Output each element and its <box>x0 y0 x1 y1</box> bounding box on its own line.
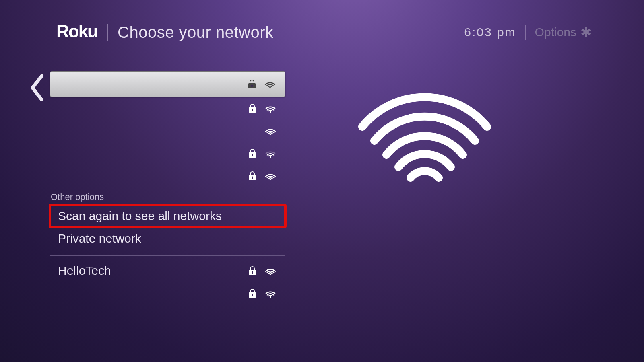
option-label: Scan again to see all networks <box>58 209 222 223</box>
svg-point-15 <box>270 274 271 275</box>
options-button[interactable]: Options <box>535 25 576 39</box>
header: Roku Choose your network 6:03 pm Options… <box>56 20 592 44</box>
lock-icon <box>248 103 256 113</box>
wifi-signal-icon <box>264 104 277 113</box>
wifi-signal-icon <box>264 149 277 158</box>
lock-icon <box>248 148 256 158</box>
more-network-row[interactable] <box>50 282 285 304</box>
row-icons <box>248 171 277 181</box>
lock-icon <box>248 266 256 276</box>
wifi-hero-icon <box>354 88 495 189</box>
svg-rect-11 <box>252 177 253 179</box>
back-button[interactable] <box>30 74 46 94</box>
clock: 6:03 pm <box>464 25 516 39</box>
svg-point-2 <box>269 87 271 88</box>
page-title: Choose your network <box>118 23 273 41</box>
svg-rect-17 <box>252 294 253 296</box>
network-row[interactable] <box>50 97 285 119</box>
row-icons <box>248 103 277 113</box>
svg-rect-14 <box>252 272 253 274</box>
section-rule <box>50 255 285 256</box>
svg-point-9 <box>270 156 271 158</box>
row-icons <box>248 79 277 89</box>
private-network-option[interactable]: Private network <box>50 227 285 250</box>
lock-icon <box>248 288 256 298</box>
network-name: HelloTech <box>58 264 111 278</box>
header-divider-right <box>525 25 526 40</box>
row-icons <box>248 266 277 276</box>
svg-point-18 <box>270 296 271 298</box>
other-options-header: Other options <box>50 191 285 203</box>
network-row[interactable] <box>50 142 285 165</box>
svg-rect-4 <box>252 109 253 111</box>
svg-point-12 <box>270 179 271 180</box>
row-icons <box>248 288 277 298</box>
network-row[interactable] <box>50 71 285 97</box>
row-icons <box>264 126 277 135</box>
header-divider <box>107 24 108 41</box>
svg-rect-8 <box>252 154 253 156</box>
network-list: Other optionsScan again to see all netwo… <box>50 71 285 304</box>
section-rule <box>111 197 285 197</box>
brand-logo: Roku <box>56 23 97 42</box>
lock-icon <box>248 171 256 181</box>
option-label: Private network <box>58 232 141 245</box>
other-options-label: Other options <box>50 192 106 202</box>
wifi-signal-icon <box>263 80 277 88</box>
svg-rect-1 <box>251 85 253 87</box>
svg-point-6 <box>270 134 271 135</box>
wifi-signal-icon <box>264 289 277 298</box>
wifi-signal-icon <box>264 266 277 275</box>
asterisk-icon: ✱ <box>580 24 592 40</box>
wifi-signal-icon <box>264 171 277 180</box>
row-icons <box>248 148 277 158</box>
scan-again-option[interactable]: Scan again to see all networks <box>50 205 285 227</box>
more-network-row[interactable]: HelloTech <box>50 259 285 282</box>
svg-point-5 <box>270 111 271 113</box>
network-row[interactable] <box>50 165 285 187</box>
network-row[interactable] <box>50 119 285 142</box>
lock-icon <box>248 79 256 89</box>
wifi-signal-icon <box>264 126 277 135</box>
header-right: 6:03 pm Options ✱ <box>464 24 592 40</box>
